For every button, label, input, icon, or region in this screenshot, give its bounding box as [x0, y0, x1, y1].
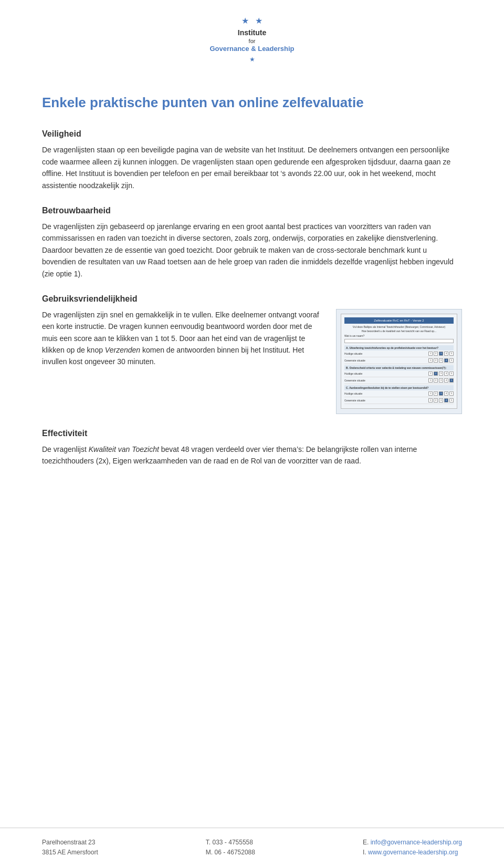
- section-heading-betrouwbaarheid: Betrouwbaarheid: [42, 206, 462, 215]
- logo-for: for: [209, 37, 294, 45]
- fake-name-label: Wat is uw naam?: [344, 334, 454, 337]
- section-heading-effectiviteit: Effectiviteit: [42, 429, 462, 438]
- main-title: Enkele praktische punten van online zelf…: [42, 95, 462, 111]
- main-content: Enkele praktische punten van online zelf…: [0, 74, 504, 827]
- fake-form-title: Zelfevaluatie RvC en RvT - Versie 2: [344, 317, 454, 324]
- fake-row-c2: Gewenste situatie 1 2 3 4 5: [344, 398, 454, 404]
- page-container: ★ ★ Institute for Governance & Leadershi…: [0, 0, 504, 867]
- section-heading-veiligheid: Veiligheid: [42, 129, 462, 139]
- footer: Parelhoenstraat 23 3815 AE Amersfoort T.…: [0, 828, 504, 867]
- star-icon-1: ★: [242, 16, 249, 26]
- fake-row-b1: Huidige situatie 1 2 3 4 5: [344, 371, 454, 377]
- logo-text: Institute for Governance & Leadership: [209, 28, 294, 54]
- logo-governance: Governance & Leadership: [209, 45, 294, 54]
- section-gebruiksvriendelijkheid: Gebruiksvriendelijkheid De vragenlijsten…: [42, 294, 462, 414]
- fake-row-b2: Gewenste situatie 1 2 3 4 5: [344, 378, 454, 384]
- section-betrouwbaarheid: Betrouwbaarheid De vragenlijsten zijn ge…: [42, 206, 462, 280]
- star-icon-2: ★: [255, 16, 262, 26]
- fake-section-c: C. Aanbevelingen/besluiten bij de te ste…: [344, 385, 454, 390]
- fake-row-a2: Gewenste situatie 1 2 3 4 5: [344, 358, 454, 364]
- section-effectiviteit: Effectiviteit De vragenlijst Kwaliteit v…: [42, 429, 462, 467]
- fake-row-a1: Huidige situatie 1 2 3 4 5: [344, 352, 454, 357]
- logo-area: ★ ★ Institute for Governance & Leadershi…: [209, 16, 294, 63]
- footer-phone: T. 033 - 4755558 M. 06 - 46752088: [206, 838, 255, 858]
- footer-email: E. info@governance-leadership.org I. www…: [363, 838, 462, 858]
- phone-value1: 033 - 4755558: [213, 839, 253, 846]
- fake-form-subtitle1: Vul deze Balkjes als Internal Toezichtho…: [344, 325, 454, 328]
- section-heading-gebruiksvriendelijkheid: Gebruiksvriendelijkheid: [42, 294, 462, 304]
- logo-stars-bottom: ★: [249, 56, 255, 63]
- phone-value2: 06 - 46752088: [215, 849, 255, 856]
- effectiviteit-text: De vragenlijst Kwaliteit van Toezicht be…: [42, 443, 462, 467]
- veiligheid-text: De vragenlijsten staan op een beveiligde…: [42, 144, 462, 191]
- fake-row-c1: Huidige situatie 1 2 3 4 5: [344, 391, 454, 397]
- fake-name-input: [344, 339, 454, 343]
- star-icon-3: ★: [249, 56, 255, 63]
- fake-form: Zelfevaluatie RvC en RvT - Versie 2 Vul …: [341, 314, 457, 409]
- logo-stars-top: ★ ★: [242, 16, 262, 26]
- email-value: info@governance-leadership.org: [371, 839, 462, 846]
- fake-section-a: A. Uitoefening toezichtsfuncties op de p…: [344, 345, 454, 350]
- header: ★ ★ Institute for Governance & Leadershi…: [0, 0, 504, 74]
- gebruiks-text: De vragenlijsten zijn snel en gemakkelij…: [42, 309, 320, 372]
- email-label: E.: [363, 839, 369, 846]
- address-line1: Parelhoenstraat 23: [42, 839, 95, 846]
- section-veiligheid: Veiligheid De vragenlijsten staan op een…: [42, 129, 462, 191]
- website-label: I.: [363, 849, 366, 856]
- website-value: www.governance-leadership.org: [368, 849, 458, 856]
- gebruiks-layout: De vragenlijsten zijn snel en gemakkelij…: [42, 309, 462, 414]
- questionnaire-screenshot: Zelfevaluatie RvC en RvT - Versie 2 Vul …: [336, 309, 462, 414]
- betrouwbaarheid-text: De vragenlijsten zijn gebaseerd op jaren…: [42, 221, 462, 280]
- phone-label1: T.: [206, 839, 211, 846]
- fake-form-subtitle2: Hoe beoordeelt u de kwaliteit van het to…: [344, 329, 454, 333]
- gebruiks-para1: De vragenlijsten zijn snel en gemakkelij…: [42, 309, 320, 368]
- fake-section-b: B. Onderscheid criteria voor selectie & …: [344, 365, 454, 370]
- footer-address: Parelhoenstraat 23 3815 AE Amersfoort: [42, 838, 98, 858]
- address-line2: 3815 AE Amersfoort: [42, 849, 98, 856]
- logo-institute: Institute: [209, 28, 294, 37]
- phone-label2: M.: [206, 849, 213, 856]
